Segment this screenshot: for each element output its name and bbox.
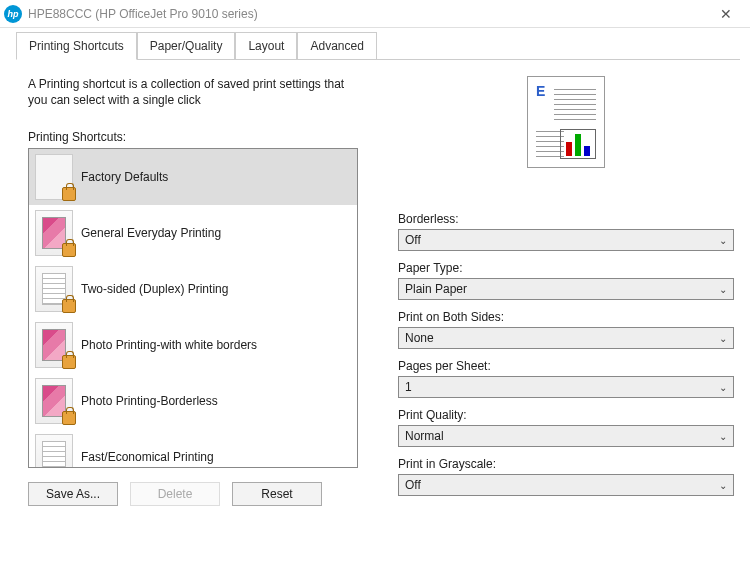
reset-button[interactable]: Reset	[232, 482, 322, 506]
lock-icon	[62, 299, 76, 313]
thumb-icon	[35, 154, 73, 200]
tab-printing-shortcuts[interactable]: Printing Shortcuts	[16, 32, 137, 60]
list-item[interactable]: Fast/Economical Printing	[29, 429, 357, 468]
thumb-icon	[35, 322, 73, 368]
select-value: Plain Paper	[405, 282, 467, 296]
shortcuts-label: Printing Shortcuts:	[28, 130, 358, 144]
select-value: Normal	[405, 429, 444, 443]
paper-type-select[interactable]: Plain Paper⌄	[398, 278, 734, 300]
paper-type-label: Paper Type:	[398, 261, 734, 275]
lock-icon	[62, 355, 76, 369]
print-quality-select[interactable]: Normal⌄	[398, 425, 734, 447]
thumb-icon	[35, 266, 73, 312]
lock-icon	[62, 187, 76, 201]
hp-logo-icon: hp	[4, 5, 22, 23]
print-preview-icon: E	[527, 76, 605, 168]
both-sides-select[interactable]: None⌄	[398, 327, 734, 349]
window-title: HPE88CCC (HP OfficeJet Pro 9010 series)	[28, 7, 706, 21]
save-as-button[interactable]: Save As...	[28, 482, 118, 506]
close-button[interactable]: ✕	[706, 0, 746, 28]
select-value: Off	[405, 478, 421, 492]
list-item-label: Photo Printing-Borderless	[81, 394, 218, 408]
thumb-icon	[35, 210, 73, 256]
select-value: Off	[405, 233, 421, 247]
shortcuts-listbox[interactable]: Factory Defaults General Everyday Printi…	[28, 148, 358, 468]
borderless-label: Borderless:	[398, 212, 734, 226]
select-value: 1	[405, 380, 412, 394]
thumb-icon	[35, 378, 73, 424]
list-item-label: Two-sided (Duplex) Printing	[81, 282, 228, 296]
list-item[interactable]: Photo Printing-Borderless	[29, 373, 357, 429]
chevron-down-icon: ⌄	[719, 480, 727, 491]
tab-layout[interactable]: Layout	[235, 32, 297, 60]
borderless-select[interactable]: Off⌄	[398, 229, 734, 251]
chevron-down-icon: ⌄	[719, 431, 727, 442]
grayscale-select[interactable]: Off⌄	[398, 474, 734, 496]
lock-icon	[62, 243, 76, 257]
list-item-label: General Everyday Printing	[81, 226, 221, 240]
chevron-down-icon: ⌄	[719, 284, 727, 295]
list-item[interactable]: Two-sided (Duplex) Printing	[29, 261, 357, 317]
print-quality-label: Print Quality:	[398, 408, 734, 422]
chevron-down-icon: ⌄	[719, 235, 727, 246]
list-item-label: Fast/Economical Printing	[81, 450, 214, 464]
thumb-icon	[35, 434, 73, 468]
grayscale-label: Print in Grayscale:	[398, 457, 734, 471]
tab-row: Printing Shortcuts Paper/Quality Layout …	[0, 28, 750, 60]
description-text: A Printing shortcut is a collection of s…	[28, 76, 358, 108]
chevron-down-icon: ⌄	[719, 333, 727, 344]
list-item[interactable]: Photo Printing-with white borders	[29, 317, 357, 373]
tab-advanced[interactable]: Advanced	[297, 32, 376, 60]
list-item[interactable]: Factory Defaults	[29, 149, 357, 205]
both-sides-label: Print on Both Sides:	[398, 310, 734, 324]
list-item-label: Factory Defaults	[81, 170, 168, 184]
list-item[interactable]: General Everyday Printing	[29, 205, 357, 261]
pages-per-sheet-select[interactable]: 1⌄	[398, 376, 734, 398]
delete-button[interactable]: Delete	[130, 482, 220, 506]
list-item-label: Photo Printing-with white borders	[81, 338, 257, 352]
titlebar: hp HPE88CCC (HP OfficeJet Pro 9010 serie…	[0, 0, 750, 28]
chevron-down-icon: ⌄	[719, 382, 727, 393]
select-value: None	[405, 331, 434, 345]
lock-icon	[62, 411, 76, 425]
tab-paper-quality[interactable]: Paper/Quality	[137, 32, 236, 60]
pages-per-sheet-label: Pages per Sheet:	[398, 359, 734, 373]
